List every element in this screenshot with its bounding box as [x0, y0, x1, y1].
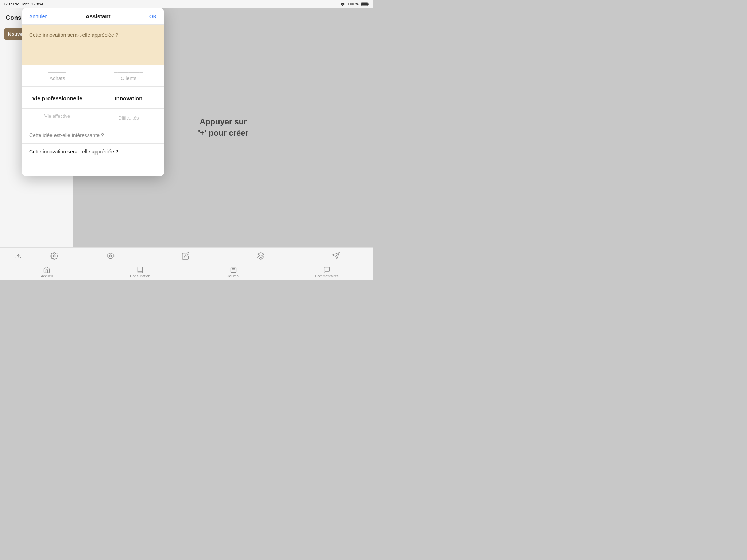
- suggestion-3[interactable]: [22, 160, 164, 176]
- edit-icon[interactable]: [181, 251, 191, 261]
- share-icon[interactable]: [13, 251, 23, 261]
- suggestion-1[interactable]: Cette idée est-elle intéressante ?: [22, 127, 164, 144]
- picker-grid: ————— Achats ———————— Clients Vie profes…: [22, 65, 164, 109]
- picker-vie-pro[interactable]: Vie professionnelle: [22, 87, 93, 109]
- home-icon: [43, 266, 50, 273]
- time: 6:07 PM: [4, 2, 19, 6]
- modal-title: Assistant: [86, 13, 111, 19]
- picker-difficultes[interactable]: Difficultés: [93, 109, 164, 127]
- suggestion-3-text: [29, 165, 31, 171]
- picker-clients[interactable]: ———————— Clients: [93, 65, 164, 87]
- picker-diff-label: Difficultés: [118, 115, 139, 121]
- tab-commentaires[interactable]: Commentaires: [280, 264, 374, 280]
- modal-overlay: Annuler Assistant OK Cette innovation se…: [0, 8, 374, 247]
- svg-point-0: [342, 5, 343, 6]
- tab-accueil-label: Accueil: [41, 274, 53, 278]
- question-preview: Cette innovation sera-t-elle appréciée ?: [22, 25, 164, 65]
- picker-achats-label: Achats: [50, 75, 65, 81]
- tab-journal[interactable]: Journal: [187, 264, 280, 280]
- tab-commentaires-label: Commentaires: [315, 274, 338, 278]
- picker-row3: Vie affective ———— Difficultés: [22, 109, 164, 127]
- settings-icon[interactable]: [49, 251, 59, 261]
- picker-clients-top: ————————: [114, 70, 143, 74]
- suggestion-1-text: Cette idée est-elle intéressante ?: [29, 132, 104, 138]
- tab-bar: Accueil Consultation Journal Commentaire…: [0, 264, 374, 280]
- picker-innovation-label: Innovation: [115, 95, 143, 101]
- status-bar: 6:07 PM Mer. 12 févr. 100 %: [0, 0, 374, 8]
- suggestion-2[interactable]: Cette innovation sera-t-elle appréciée ?: [22, 144, 164, 160]
- picker-vie-affective[interactable]: Vie affective ————: [22, 109, 93, 127]
- tab-consultation[interactable]: Consultation: [93, 264, 187, 280]
- picker-vieaff-label: Vie affective: [44, 113, 70, 119]
- svg-marker-5: [258, 252, 264, 256]
- svg-point-4: [109, 255, 112, 257]
- status-bar-right: 100 %: [340, 2, 369, 6]
- chat-icon: [323, 266, 330, 273]
- picker-achats-top: —————: [48, 70, 66, 74]
- book-icon: [136, 266, 144, 273]
- question-preview-text: Cette innovation sera-t-elle appréciée ?: [29, 32, 118, 38]
- picker-innovation[interactable]: Innovation: [93, 87, 164, 109]
- toolbar-right: [73, 251, 374, 261]
- layers-icon[interactable]: [256, 251, 266, 261]
- picker-achats[interactable]: ————— Achats: [22, 65, 93, 87]
- status-bar-left: 6:07 PM Mer. 12 févr.: [4, 2, 44, 6]
- svg-point-3: [54, 255, 56, 257]
- date: Mer. 12 févr.: [22, 2, 44, 6]
- tab-consultation-label: Consultation: [130, 274, 150, 278]
- wifi-icon: [340, 2, 345, 6]
- tab-journal-label: Journal: [228, 274, 240, 278]
- journal-icon: [230, 266, 237, 273]
- tab-accueil[interactable]: Accueil: [0, 264, 93, 280]
- toolbar-left: [0, 251, 73, 261]
- send-icon[interactable]: [331, 251, 341, 261]
- bottom-toolbar: [0, 247, 374, 264]
- picker-viepro-label: Vie professionnelle: [32, 95, 82, 101]
- picker-clients-label: Clients: [121, 75, 136, 81]
- eye-icon[interactable]: [105, 251, 116, 261]
- ok-button[interactable]: OK: [149, 13, 157, 19]
- svg-rect-2: [361, 3, 368, 5]
- suggestion-2-text: Cette innovation sera-t-elle appréciée ?: [29, 149, 118, 155]
- assistant-modal: Annuler Assistant OK Cette innovation se…: [22, 8, 164, 176]
- battery-icon: [361, 2, 369, 6]
- suggestions-area: Cette idée est-elle intéressante ? Cette…: [22, 127, 164, 176]
- cancel-button[interactable]: Annuler: [29, 13, 47, 19]
- modal-header: Annuler Assistant OK: [22, 8, 164, 25]
- battery-text: 100 %: [348, 2, 359, 6]
- picker-vieaff-sub: ————: [50, 119, 65, 123]
